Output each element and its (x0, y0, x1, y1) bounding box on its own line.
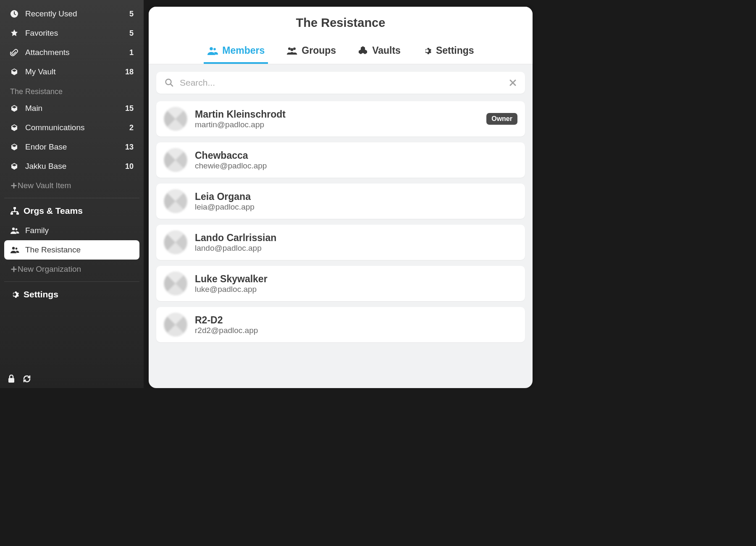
svg-point-5 (16, 228, 18, 231)
member-card[interactable]: Luke Skywalkerluke@padloc.app (156, 266, 525, 301)
svg-rect-2 (10, 213, 13, 215)
sidebar-section-label: The Resistance (4, 81, 139, 99)
tab-label: Groups (302, 45, 336, 56)
svg-point-13 (291, 48, 294, 51)
members-icon (207, 46, 218, 55)
search-icon (165, 78, 174, 87)
new-organization-button[interactable]: New Organization (4, 260, 139, 279)
sidebar-vault-endor-base[interactable]: Endor Base 13 (4, 137, 139, 157)
sidebar-item-count: 15 (125, 104, 134, 113)
sidebar-item-count: 2 (129, 123, 134, 132)
tab-members[interactable]: Members (204, 41, 268, 64)
plus-icon (10, 265, 18, 273)
star-icon (10, 29, 22, 37)
sidebar-item-count: 1 (129, 48, 134, 57)
groups-icon (286, 46, 297, 55)
sidebar-item-label: New Vault Item (18, 181, 71, 190)
svg-point-7 (16, 248, 18, 250)
users-icon (10, 246, 22, 254)
member-email: luke@padloc.app (195, 285, 517, 294)
sidebar-footer (0, 370, 144, 388)
svg-rect-1 (13, 207, 16, 209)
member-card[interactable]: Martin Kleinschrodtmartin@padloc.appOwne… (156, 101, 525, 136)
tab-label: Settings (436, 45, 474, 56)
sidebar-item-favorites[interactable]: Favorites 5 (4, 24, 139, 43)
sidebar-item-count: 10 (125, 162, 134, 171)
sidebar-item-count: 5 (129, 29, 134, 38)
svg-rect-3 (16, 213, 19, 215)
svg-point-12 (293, 47, 296, 50)
member-card[interactable]: Leia Organaleia@padloc.app (156, 184, 525, 219)
member-card[interactable]: Chewbaccachewie@padloc.app (156, 142, 525, 178)
search-input[interactable] (180, 78, 509, 88)
member-info: Martin Kleinschrodtmartin@padloc.app (195, 109, 486, 129)
svg-point-9 (210, 47, 213, 50)
tab-label: Members (222, 45, 265, 56)
users-icon (10, 227, 22, 234)
svg-point-10 (214, 48, 216, 50)
svg-point-6 (12, 247, 15, 249)
sidebar-item-label: Communications (25, 123, 129, 132)
member-info: Lando Carlrissianlando@padloc.app (195, 232, 517, 253)
member-name: Martin Kleinschrodt (195, 109, 486, 120)
cube-icon (10, 68, 22, 76)
sidebar-vault-communications[interactable]: Communications 2 (4, 118, 139, 137)
sidebar-item-my-vault[interactable]: My Vault 18 (4, 62, 139, 81)
clear-search-icon[interactable] (509, 79, 517, 87)
member-name: Luke Skywalker (195, 273, 517, 285)
sidebar-item-attachments[interactable]: Attachments 1 (4, 43, 139, 62)
divider (4, 281, 139, 282)
sidebar-vault-jakku-base[interactable]: Jakku Base 10 (4, 157, 139, 176)
avatar (164, 189, 187, 213)
sidebar-item-recently-used[interactable]: Recently Used 5 (4, 4, 139, 24)
sidebar-item-label: Attachments (25, 48, 129, 57)
cube-icon (10, 104, 22, 113)
cubes-icon (358, 46, 368, 56)
sidebar-item-label: Main (25, 104, 125, 113)
avatar (164, 107, 187, 131)
member-email: leia@padloc.app (195, 202, 517, 212)
sidebar-item-label: Favorites (25, 29, 129, 38)
avatar (164, 231, 187, 254)
sidebar-org-resistance[interactable]: The Resistance (4, 240, 139, 260)
sidebar-settings[interactable]: Settings (4, 284, 139, 304)
tab-vaults[interactable]: Vaults (354, 41, 404, 64)
new-vault-item-button[interactable]: New Vault Item (4, 176, 139, 195)
sidebar-item-label: New Organization (18, 265, 81, 274)
cube-icon (10, 123, 22, 132)
member-info: Chewbaccachewie@padloc.app (195, 150, 517, 171)
cube-icon (10, 162, 22, 171)
avatar (164, 272, 187, 295)
member-info: Luke Skywalkerluke@padloc.app (195, 273, 517, 294)
sidebar-item-count: 18 (125, 68, 134, 76)
svg-point-11 (288, 47, 291, 50)
member-email: lando@padloc.app (195, 244, 517, 253)
sidebar: Recently Used 5 Favorites 5 Attachments … (0, 0, 144, 388)
sidebar-item-count: 13 (125, 143, 134, 152)
paperclip-icon (10, 48, 22, 57)
member-card[interactable]: Lando Carlrissianlando@padloc.app (156, 225, 525, 260)
gear-icon (423, 46, 432, 55)
member-name: Lando Carlrissian (195, 232, 517, 244)
cube-icon (10, 143, 22, 151)
member-email: martin@padloc.app (195, 120, 486, 129)
tab-groups[interactable]: Groups (283, 41, 339, 64)
main-header: The Resistance Members Groups Vaults (149, 7, 533, 64)
main-body: Martin Kleinschrodtmartin@padloc.appOwne… (149, 64, 533, 388)
tab-settings[interactable]: Settings (419, 41, 478, 64)
member-email: chewie@padloc.app (195, 161, 517, 171)
settings-label: Settings (24, 289, 58, 299)
lock-icon[interactable] (8, 375, 15, 383)
gear-icon (10, 290, 19, 299)
orgs-heading-label: Orgs & Teams (24, 206, 83, 216)
sidebar-item-label: The Resistance (25, 245, 134, 255)
tab-label: Vaults (372, 45, 401, 56)
sidebar-org-family[interactable]: Family (4, 221, 139, 240)
svg-point-4 (12, 228, 15, 230)
avatar (164, 313, 187, 336)
sync-icon[interactable] (23, 375, 31, 383)
member-card[interactable]: R2-D2r2d2@padloc.app (156, 307, 525, 342)
sitemap-icon (10, 206, 19, 215)
member-info: Leia Organaleia@padloc.app (195, 191, 517, 212)
sidebar-vault-main[interactable]: Main 15 (4, 99, 139, 118)
